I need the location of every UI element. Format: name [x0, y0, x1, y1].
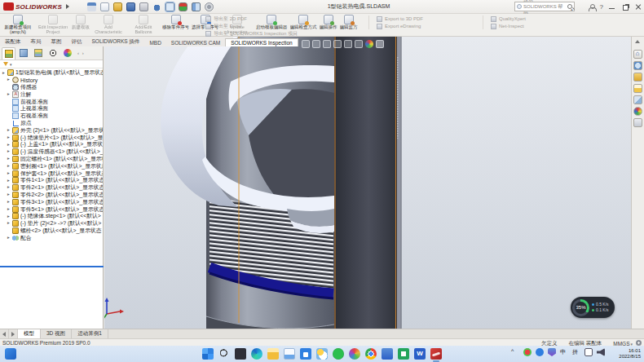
quick-access-icon[interactable]	[152, 2, 161, 11]
close-button[interactable]	[634, 3, 642, 11]
tree-item[interactable]: 螺栓<2> (默认<<默认>_显示状态	[0, 227, 103, 235]
tree-item[interactable]: 配合	[0, 234, 103, 241]
ribbon-button[interactable]: Add Characteristic	[92, 15, 125, 36]
restore-button[interactable]	[621, 3, 629, 11]
quick-access-icon[interactable]	[192, 2, 201, 11]
tree-item[interactable]: 传感器	[0, 84, 103, 91]
task-pane-icon[interactable]	[633, 50, 642, 59]
heads-up-icon[interactable]	[323, 40, 331, 48]
viewport-3d-model[interactable]	[104, 37, 631, 329]
tree-item[interactable]: (-) 垫片 (2)<2> ->? (默认<<默认>	[0, 220, 103, 227]
tree-item[interactable]: 零件3<1> (默认<<默认>_显示状态	[0, 198, 103, 205]
ribbon-button[interactable]: 移除零件序号	[162, 15, 189, 36]
quick-access-icon[interactable]	[113, 2, 122, 11]
taskbar-app-icon[interactable]	[365, 348, 377, 360]
tree-splitter-bar[interactable]	[0, 266, 104, 267]
tree-item[interactable]: (-) 上盖<1> (默认<<默认>_显示状	[0, 141, 103, 148]
menu-item[interactable]: Export eDrawing	[377, 23, 423, 29]
tree-item[interactable]: 零件2<1> (默认<<默认>_显示状态	[0, 184, 103, 192]
help-button[interactable]: ?	[600, 3, 603, 11]
tray-icon[interactable]	[597, 348, 605, 356]
quick-access-icon[interactable]	[165, 2, 174, 11]
taskbar-app-icon[interactable]	[430, 348, 442, 360]
command-tab[interactable]: 草图	[46, 38, 67, 46]
status-gear-icon[interactable]	[636, 340, 642, 346]
task-pane-icon[interactable]	[633, 95, 642, 104]
minimize-button[interactable]	[608, 3, 616, 11]
task-pane-icon[interactable]	[633, 73, 642, 82]
taskbar-app-icon[interactable]	[235, 348, 246, 360]
tree-root-item[interactable]: 1型铠装热电偶 (默认<默认_显示状态-1	[0, 69, 103, 77]
tree-item[interactable]: 固定螺栓<1> (默认<<默认>_显示状	[0, 156, 103, 163]
heads-up-icon[interactable]	[333, 40, 342, 48]
command-tab[interactable]: 装配体	[0, 38, 26, 46]
taskbar-clock[interactable]: 16:01 2022/8/15	[619, 348, 641, 360]
ribbon-button[interactable]: Edit Inspection Project	[37, 15, 69, 36]
document-tab[interactable]: 运动算例1	[72, 329, 108, 338]
taskbar-corner-app-icon[interactable]	[5, 348, 16, 360]
taskbar-app-icon[interactable]	[251, 348, 262, 360]
tree-item[interactable]: (-) 绝缘垫片<1> (默认<<默认>_显	[0, 134, 103, 141]
tree-item[interactable]: (-) 绝缘体.step<1> (默认<<默认>	[0, 213, 103, 220]
menu-flyout-arrow-icon[interactable]	[66, 4, 69, 9]
taskbar-app-icon[interactable]	[414, 348, 426, 360]
tree-item[interactable]: (-) 温度传感器<1> (默认<<默认>_	[0, 148, 103, 156]
taskbar-app-icon[interactable]	[202, 348, 214, 360]
filter-dropdown-icon[interactable]: ▾	[10, 62, 12, 67]
heads-up-icon[interactable]	[312, 40, 320, 48]
heads-up-icon[interactable]	[344, 40, 352, 48]
tray-icon[interactable]	[584, 348, 593, 356]
search-icon[interactable]	[567, 4, 572, 9]
menu-item[interactable]: 导出至 Excel	[205, 23, 298, 29]
tree-item[interactable]: 保护套<1> (默认<<默认>_显示状态	[0, 170, 103, 177]
menu-item[interactable]: QualityXpert	[491, 15, 526, 22]
command-tab[interactable]: MBD	[144, 39, 165, 46]
sign-in-icon[interactable]	[589, 4, 595, 11]
quick-access-icon[interactable]	[205, 2, 214, 11]
task-pane-collapse-icon[interactable]	[635, 40, 640, 43]
quick-access-icon[interactable]	[179, 2, 187, 11]
tree-item[interactable]: 外壳 (2)<1> (默认<<默认>_显示状	[0, 126, 103, 134]
tree-item[interactable]: 注解	[0, 90, 103, 98]
tree-item[interactable]: 原点	[0, 120, 103, 127]
taskbar-app-icon[interactable]	[316, 348, 328, 360]
tray-icon[interactable]: ^	[511, 348, 519, 356]
tree-item[interactable]: 零件2<2> (默认<<默认>_显示状态	[0, 192, 103, 199]
taskbar-app-icon[interactable]	[398, 348, 409, 360]
panel-tab[interactable]	[16, 47, 30, 60]
tree-item[interactable]: 零件1<1> (默认<<默认>_显示状态	[0, 177, 103, 184]
menu-item[interactable]: Net-Inspect	[491, 23, 526, 29]
heads-up-icon[interactable]	[376, 40, 384, 48]
task-pane-icon[interactable]	[633, 84, 642, 93]
menu-item[interactable]: 导出至 2D PDF	[205, 15, 298, 22]
command-tab[interactable]: SOLIDWORKS Inspection	[225, 38, 298, 46]
quick-access-icon[interactable]	[100, 2, 109, 11]
quick-access-icon[interactable]	[87, 2, 96, 11]
graphics-viewport[interactable]: 35% 0.5 K/s 0.1 K/s	[104, 37, 631, 329]
taskbar-app-icon[interactable]	[267, 348, 279, 360]
taskbar-app-icon[interactable]	[382, 348, 393, 360]
document-tab[interactable]: 3D 视图	[41, 329, 72, 338]
tab-scroll-left[interactable]	[0, 329, 9, 338]
panel-tab[interactable]	[46, 47, 60, 60]
help-search-input[interactable]: 搜索 SOLIDWORKS 帮助	[514, 2, 575, 11]
tray-icon[interactable]	[523, 348, 532, 356]
command-tab[interactable]: 布局	[26, 38, 46, 46]
quick-access-icon[interactable]	[139, 2, 148, 11]
heads-up-icon[interactable]	[302, 40, 310, 48]
tree-item[interactable]: 右视基准面	[0, 113, 103, 120]
ribbon-button[interactable]: 编辑监方	[340, 15, 358, 36]
command-tab[interactable]: SOLIDWORKS CAM	[166, 39, 225, 46]
menu-item[interactable]: Export to 3D PDF	[377, 15, 423, 22]
document-tab[interactable]: 模型	[18, 329, 41, 338]
panel-tab-scroll-icons[interactable]: ‹ ›	[77, 51, 85, 55]
task-pane-icon[interactable]	[633, 107, 642, 116]
heads-up-icon[interactable]	[355, 40, 363, 48]
tree-item[interactable]: 上视基准面	[0, 105, 103, 113]
command-tab[interactable]: 评估	[67, 38, 87, 46]
tray-icon[interactable]	[548, 348, 556, 356]
ribbon-button[interactable]: 编辑操作	[320, 15, 337, 36]
taskbar-app-icon[interactable]	[300, 348, 311, 360]
taskbar-app-icon[interactable]	[218, 348, 230, 360]
tray-icon[interactable]	[536, 348, 544, 356]
